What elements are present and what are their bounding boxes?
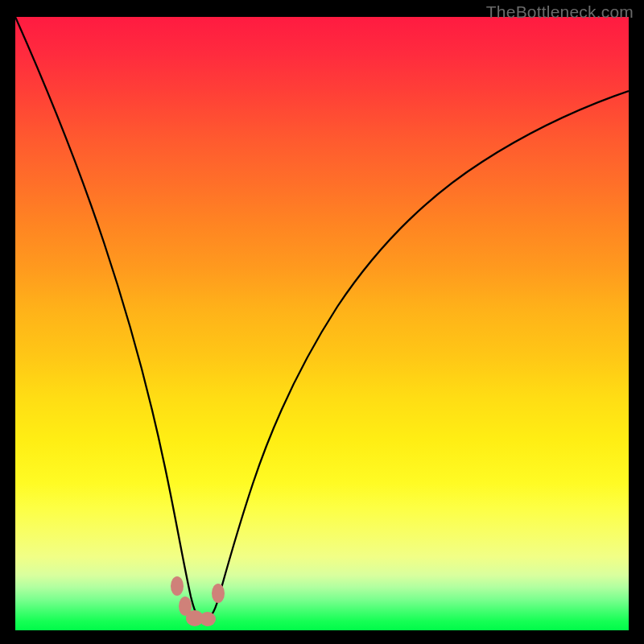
marker-dot <box>171 576 184 596</box>
bottleneck-curve <box>15 17 629 620</box>
marker-group <box>171 576 225 626</box>
marker-dot <box>200 612 216 626</box>
marker-dot <box>212 584 225 603</box>
bottleneck-chart <box>15 17 629 630</box>
plot-area <box>15 17 629 630</box>
watermark-text: TheBottleneck.com <box>486 2 634 22</box>
